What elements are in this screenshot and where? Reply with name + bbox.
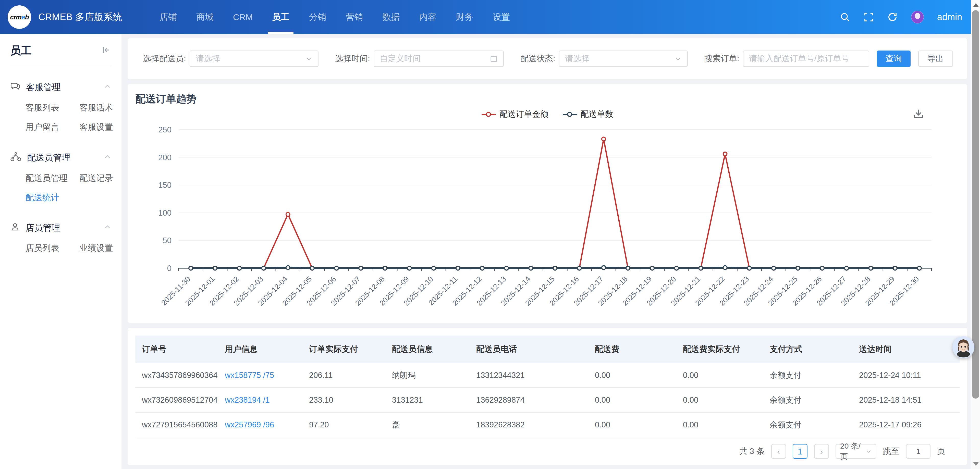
filter-bar: 选择配送员: 请选择 选择时间: 自定义时间 配送状态: 请选择 [127, 38, 967, 79]
delivery-trend-chart[interactable]: 0501001502002502025-11-302025-12-012025-… [135, 118, 959, 314]
sidebar-section-配送员管理: 配送员管理配送员管理配送记录配送统计 [10, 151, 111, 207]
user-link[interactable]: wx238194 /1 [218, 396, 302, 405]
sidebar-item-配送记录[interactable]: 配送记录 [80, 169, 113, 188]
rider-icon [10, 151, 21, 164]
nav-item-数据[interactable]: 数据 [378, 0, 404, 34]
nav-item-设置[interactable]: 设置 [488, 0, 514, 34]
column-header: 支付方式 [763, 344, 853, 355]
sidebar-section-header-客服管理[interactable]: 客服管理 [10, 81, 111, 94]
column-header: 送达时间 [853, 344, 959, 355]
table-cell: 余额支付 [763, 370, 853, 381]
sidebar-item-配送员管理[interactable]: 配送员管理 [25, 169, 80, 188]
jump-page-input[interactable]: 1 [906, 444, 931, 459]
current-page-button[interactable]: 1 [793, 444, 808, 459]
sidebar-item-用户留言[interactable]: 用户留言 [25, 118, 80, 137]
deliverer-select[interactable]: 请选择 [189, 51, 318, 67]
table-row: wx727915654560088064wx257969 /9697.20磊18… [135, 413, 959, 437]
table-cell: 13312344321 [469, 371, 588, 380]
sidebar-section-header-店员管理[interactable]: 店员管理 [10, 222, 111, 234]
download-icon[interactable] [913, 108, 924, 121]
table-row: wx732609869512704000wx238194 /1233.10313… [135, 388, 959, 413]
status-label: 配送状态: [520, 53, 555, 64]
orders-table: 订单号用户信息订单实际支付配送员信息配送员电话配送费配送费实际支付支付方式送达时… [135, 335, 959, 437]
chevron-up-icon [103, 153, 111, 163]
chevron-up-icon [103, 223, 111, 233]
top-nav: crmeb CRMEB 多店版系统 店铺商城CRM员工分销营销数据内容财务设置 … [0, 0, 980, 34]
deliverer-label: 选择配送员: [143, 53, 186, 64]
svg-text:50: 50 [163, 236, 172, 245]
table-cell: 233.10 [302, 396, 385, 405]
username[interactable]: admin [937, 12, 962, 22]
scroll-up-arrow[interactable] [973, 3, 979, 7]
legend-marker [563, 112, 577, 117]
main-content: 选择配送员: 请选择 选择时间: 自定义时间 配送状态: 请选择 [121, 34, 980, 469]
table-cell: 0.00 [676, 371, 763, 380]
table-cell: 2025-12-24 10:11 [853, 371, 959, 380]
nav-item-分销[interactable]: 分销 [305, 0, 330, 34]
table-cell: 13629289874 [469, 396, 588, 405]
prev-page-button[interactable]: ‹ [771, 444, 786, 459]
page-size-select[interactable]: 20 条/页 [835, 444, 877, 459]
time-range-input[interactable]: 自定义时间 [374, 51, 504, 67]
column-header: 配送费实际支付 [676, 344, 763, 355]
svg-text:150: 150 [158, 181, 172, 189]
chart-title: 配送订单趋势 [135, 92, 967, 106]
table-cell: 磊 [385, 420, 469, 430]
assistant-avatar-button[interactable] [953, 336, 974, 358]
sidebar-item-客服设置[interactable]: 客服设置 [80, 118, 113, 137]
table-cell: 0.00 [588, 420, 676, 429]
nav-item-店铺[interactable]: 店铺 [156, 0, 181, 34]
time-label: 选择时间: [335, 53, 370, 64]
table-cell: wx727915654560088064 [135, 420, 218, 429]
query-button[interactable]: 查询 [877, 51, 911, 67]
jump-unit: 页 [937, 446, 945, 457]
sidebar-item-业绩设置[interactable]: 业绩设置 [80, 238, 113, 258]
user-avatar[interactable] [911, 11, 924, 24]
sidebar-item-配送统计[interactable]: 配送统计 [25, 188, 80, 207]
nav-item-财务[interactable]: 财务 [452, 0, 477, 34]
sidebar-item-客服列表[interactable]: 客服列表 [25, 98, 80, 118]
scrollbar-thumb[interactable] [972, 10, 979, 399]
table-cell: 18392628382 [469, 420, 588, 429]
export-button[interactable]: 导出 [918, 51, 953, 67]
sidebar-item-客服话术[interactable]: 客服话术 [80, 98, 113, 118]
vertical-scrollbar[interactable] [971, 0, 980, 469]
table-cell: 97.20 [302, 420, 385, 429]
sidebar-item-店员列表[interactable]: 店员列表 [25, 238, 80, 258]
user-link[interactable]: wx257969 /96 [218, 420, 302, 429]
search-order-input[interactable]: 请输入配送订单号/原订单号 [743, 51, 869, 67]
search-icon[interactable] [840, 12, 850, 22]
refresh-icon[interactable] [887, 12, 898, 22]
chart-legend: 配送订单金额配送单数 [127, 109, 967, 120]
pagination: 共 3 条 ‹ 1 › 20 条/页 跳至 1 页 [135, 444, 959, 459]
collapse-sidebar-icon[interactable] [101, 45, 111, 56]
table-cell: 3131231 [385, 396, 469, 405]
table-cell: 206.11 [302, 371, 385, 380]
nav-item-商城[interactable]: 商城 [192, 0, 218, 34]
nav-item-员工[interactable]: 员工 [268, 0, 293, 34]
total-count: 共 3 条 [739, 446, 765, 457]
column-header: 配送费 [588, 344, 676, 355]
column-header: 配送员电话 [469, 344, 588, 355]
legend-marker [482, 112, 496, 117]
sidebar-section-店员管理: 店员管理店员列表业绩设置 [10, 222, 111, 258]
nav-item-营销[interactable]: 营销 [342, 0, 367, 34]
column-header: 用户信息 [218, 344, 302, 355]
legend-item-配送单数[interactable]: 配送单数 [563, 109, 613, 120]
column-header: 订单号 [135, 344, 218, 355]
status-select[interactable]: 请选择 [559, 51, 688, 67]
fullscreen-icon[interactable] [864, 12, 874, 22]
scroll-down-arrow[interactable] [973, 462, 979, 466]
svg-text:100: 100 [158, 208, 172, 218]
table-cell: 余额支付 [763, 395, 853, 405]
table-header-row: 订单号用户信息订单实际支付配送员信息配送员电话配送费配送费实际支付支付方式送达时… [135, 335, 959, 363]
nav-item-内容[interactable]: 内容 [415, 0, 441, 34]
nav-item-CRM[interactable]: CRM [229, 0, 257, 34]
sidebar: 员工 客服管理客服列表客服话术用户留言客服设置配送员管理配送员管理配送记录配送统… [0, 34, 121, 469]
table-row: wx734357869960364032_2wx158775 /75206.11… [135, 363, 959, 388]
next-page-button[interactable]: › [814, 444, 829, 459]
column-header: 订单实际支付 [302, 344, 385, 355]
legend-item-配送订单金额[interactable]: 配送订单金额 [482, 109, 549, 120]
user-link[interactable]: wx158775 /75 [218, 371, 302, 380]
sidebar-section-header-配送员管理[interactable]: 配送员管理 [10, 151, 111, 164]
